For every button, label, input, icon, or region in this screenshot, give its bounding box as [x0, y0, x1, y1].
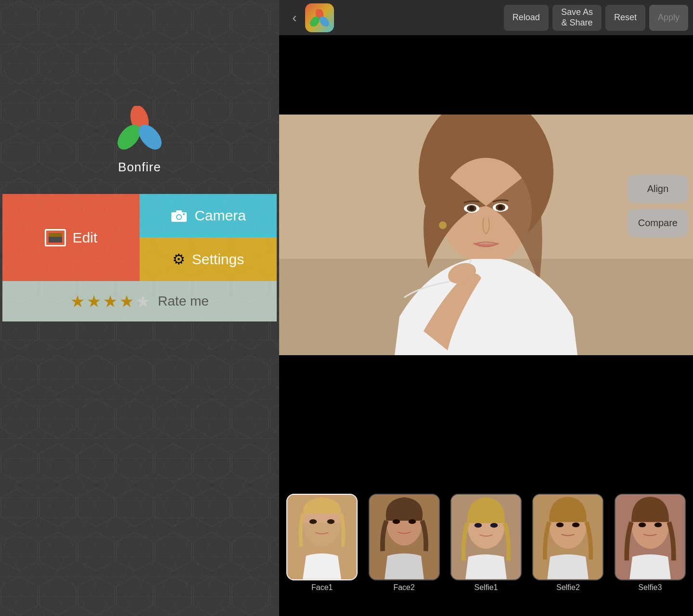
svg-point-22: [439, 221, 447, 229]
app-logo: [111, 106, 168, 154]
filter-thumb-face1: [286, 494, 358, 580]
reset-button[interactable]: Reset: [605, 5, 645, 31]
filter-label-selfie1: Selfie1: [475, 583, 498, 592]
filter-label-selfie3: Selfie3: [638, 583, 662, 592]
compare-button[interactable]: Compare: [628, 209, 688, 237]
filter-face1[interactable]: Face1: [283, 494, 361, 592]
filter-strip: Face1 Face2: [279, 481, 693, 597]
edit-icon: [45, 229, 66, 246]
svg-point-21: [498, 205, 503, 210]
filter-label-selfie2: Selfie2: [556, 583, 580, 592]
toolbar-logo: [305, 3, 334, 32]
svg-point-32: [408, 519, 416, 524]
filter-thumb-selfie3: [615, 494, 686, 580]
svg-point-35: [475, 523, 482, 528]
back-button[interactable]: ‹: [284, 0, 305, 35]
left-panel: Bonfire Edit Camera ⚙ Settings ★: [0, 0, 279, 616]
background-pattern: [0, 0, 279, 616]
align-button[interactable]: Align: [628, 175, 688, 203]
svg-point-27: [309, 519, 317, 524]
back-icon: ‹: [292, 10, 296, 26]
svg-point-39: [556, 523, 564, 527]
filter-selfie2[interactable]: Selfie2: [529, 494, 607, 592]
side-buttons: Align Compare: [628, 175, 688, 237]
reload-button[interactable]: Reload: [504, 5, 549, 31]
svg-point-28: [327, 519, 335, 524]
filter-thumb-selfie1: [450, 494, 522, 580]
svg-point-31: [392, 519, 400, 524]
svg-point-43: [639, 523, 646, 527]
filter-thumb-selfie2: [532, 494, 603, 580]
filter-selfie1[interactable]: Selfie1: [447, 494, 525, 592]
right-panel: ‹ Reload Save As & Share Reset Apply: [279, 0, 693, 616]
toolbar: ‹ Reload Save As & Share Reset Apply: [279, 0, 693, 35]
save-share-button[interactable]: Save As & Share: [552, 5, 602, 31]
filter-selfie3[interactable]: Selfie3: [611, 494, 689, 592]
svg-point-18: [469, 206, 474, 211]
apply-button[interactable]: Apply: [649, 5, 688, 31]
filter-face2[interactable]: Face2: [365, 494, 443, 592]
image-area: Align Compare: [279, 35, 693, 481]
filter-thumb-face2: [369, 494, 440, 580]
svg-point-44: [654, 523, 662, 527]
svg-point-36: [490, 523, 498, 528]
top-black-area: [279, 35, 693, 117]
filter-label-face1: Face1: [311, 583, 333, 592]
svg-point-40: [572, 523, 580, 527]
filter-label-face2: Face2: [393, 583, 414, 592]
bottom-panel: Face1 Face2: [279, 481, 693, 616]
